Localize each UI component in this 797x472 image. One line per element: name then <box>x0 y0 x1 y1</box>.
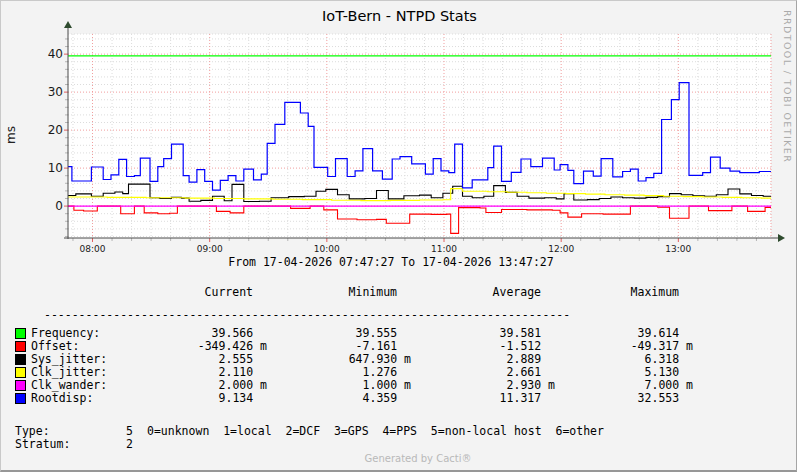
type-row: Type: 5 0=unknown 1=local 2=DCF 3=GPS 4=… <box>1 425 797 438</box>
y-tick-label: 20 <box>48 123 63 137</box>
legend-swatch-clk_jitter <box>15 367 26 378</box>
y-tick-label: 40 <box>48 47 63 61</box>
legend-swatch-rootdisp <box>15 393 26 404</box>
cacti-rrdtool-graph: IoT-Bern - NTPD Stats RRDTOOL / TOBI OET… <box>0 0 797 472</box>
legend-swatch-frequency <box>15 328 26 339</box>
legend-swatch-clk_wander <box>15 380 26 391</box>
stratum-label: Stratum: <box>15 438 70 451</box>
legend-row-label: Rootdisp: <box>31 392 93 405</box>
x-tick-label: 12:00 <box>548 244 574 254</box>
legend-separator: ----------------------------------------… <box>44 309 570 322</box>
legend-col-header-current: Current <box>133 286 253 299</box>
legend-value: 9.134 <box>137 392 267 405</box>
stratum-row: Stratum: 2 <box>1 438 797 451</box>
y-tick-label: 0 <box>55 199 63 213</box>
legend-value: 32.553 <box>563 392 693 405</box>
cacti-watermark: Generated by Cacti® <box>38 453 797 464</box>
legend-swatch-offset <box>15 341 26 352</box>
x-axis-arrow <box>778 234 785 242</box>
y-tick-label: 10 <box>48 161 63 175</box>
type-legend: 0=unknown 1=local 2=DCF 3=GPS 4=PPS 5=no… <box>147 425 604 438</box>
x-tick-label: 09:00 <box>197 244 223 254</box>
x-tick-label: 11:00 <box>431 244 457 254</box>
stratum-value: 2 <box>126 438 133 451</box>
legend-col-header-average: Average <box>421 286 541 299</box>
legend-col-header-minimum: Minimum <box>277 286 397 299</box>
legend-col-header-maximum: Maximum <box>559 286 679 299</box>
legend-swatch-sys_jitter <box>15 354 26 365</box>
time-range-label: From 17-04-2026 07:47:27 To 17-04-2026 1… <box>1 256 781 269</box>
x-tick-label: 08:00 <box>80 244 106 254</box>
y-tick-label: 30 <box>48 85 63 99</box>
legend-value: 11.317 <box>425 392 555 405</box>
x-tick-label: 10:00 <box>314 244 340 254</box>
legend-value: 4.359 <box>281 392 411 405</box>
y-axis-arrow <box>64 21 72 28</box>
x-tick-label: 13:00 <box>665 244 691 254</box>
